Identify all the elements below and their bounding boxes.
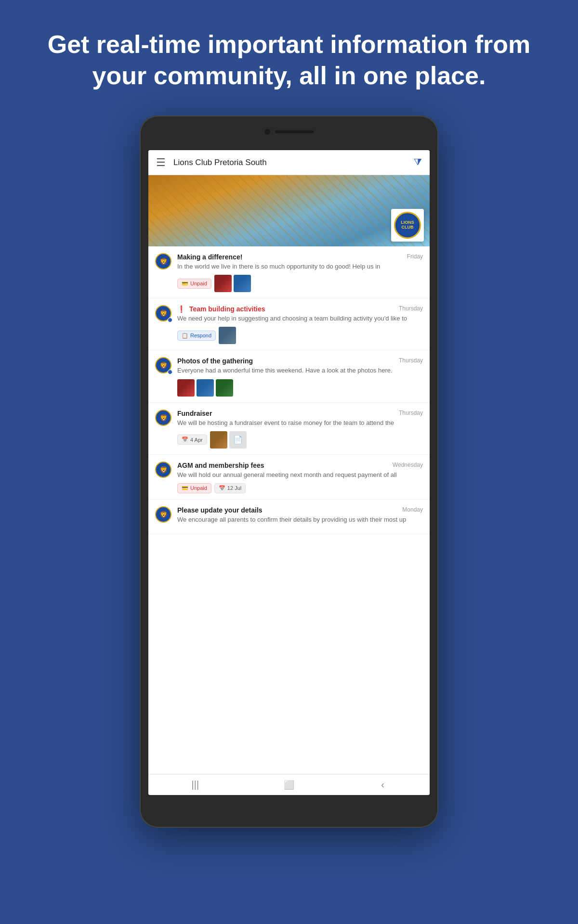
hero-text: Get real-time important information from… [0,0,578,111]
thumb-gathering-2 [197,379,214,397]
thumb-doc-1: 📄 [229,431,247,449]
feed-top-row-2: ❗ Team building activities Thursday [177,305,423,313]
app-title: Lions Club Pretoria South [173,158,414,167]
date-badge-5[interactable]: 📅 12 Jul [214,483,246,493]
date-label-4: 4 Apr [190,437,203,443]
tags-row-5: 💳 Unpaid 📅 12 Jul [177,483,423,493]
respond-icon: 📋 [182,333,188,339]
avatar-col-5: 🦁 [155,462,171,478]
lions-logo-text: LIONSCLUB [401,220,414,230]
feed-list: 🦁 Making a difference! Friday In the wor… [148,246,430,774]
respond-badge[interactable]: 📋 Respond [177,331,216,341]
thumb-food-1 [214,275,232,292]
feed-top-row-4: Fundraiser Thursday [177,410,423,417]
tags-row-1: 💳 Unpaid [177,275,423,292]
lions-icon-1: 🦁 [159,257,168,265]
avatar-1: 🦁 [155,253,171,270]
feed-item-team-building[interactable]: 🦁 ❗ Team building activities Thursday [148,298,430,350]
feed-content-6: Please update your details Monday We enc… [177,506,423,528]
app-header: ☰ Lions Club Pretoria South ⧩ [148,150,430,175]
unpaid-label-1: Unpaid [190,281,207,286]
avatar-col-2: 🦁 [155,305,171,321]
thumb-gathering-3 [216,379,233,397]
bottom-nav: ||| ⬜ ‹ [148,774,430,795]
thumb-food-2 [234,275,251,292]
feed-date-6: Monday [402,506,423,513]
feed-preview-3: Everyone had a wonderful time this weeke… [177,366,423,375]
feed-title-2: ❗ Team building activities [177,305,265,313]
date-label-5: 12 Jul [227,485,241,491]
tags-row-2: 📋 Respond [177,327,423,344]
calendar-icon-5: 📅 [219,485,225,491]
feed-preview-1: In the world we live in there is so much… [177,262,423,271]
hamburger-icon[interactable]: ☰ [156,156,166,169]
calendar-icon-4: 📅 [182,436,188,443]
unpaid-badge-1[interactable]: 💳 Unpaid [177,279,211,289]
banner-image: LIONSCLUB [148,175,430,246]
feed-title-text-2: Team building activities [189,305,265,313]
lions-logo: LIONSCLUB [394,212,421,239]
avatar-col-6: 🦁 [155,506,171,523]
tags-row-4: 📅 4 Apr 📄 [177,431,423,449]
feed-top-row-6: Please update your details Monday [177,506,423,514]
nav-back-button[interactable]: ‹ [368,774,397,795]
feed-preview-5: We will hold our annual general meeting … [177,471,423,479]
banner-logo: LIONSCLUB [391,209,424,242]
respond-thumbs [219,327,236,344]
home-square-icon: ⬜ [284,780,294,790]
filter-icon[interactable]: ⧩ [414,157,422,168]
nav-menu-button[interactable]: ||| [181,774,210,795]
fundraiser-thumbs: 📄 [210,431,247,449]
device-mockup: ☰ Lions Club Pretoria South ⧩ LIONSCLUB [140,116,438,828]
feed-title-4: Fundraiser [177,410,212,417]
feed-date-2: Thursday [399,305,423,312]
gathering-thumbs [177,379,233,397]
date-badge-4[interactable]: 📅 4 Apr [177,435,207,445]
feed-top-row-3: Photos of the gathering Thursday [177,357,423,365]
thumb-respond-1 [219,327,236,344]
camera-area [264,129,314,135]
feed-content-3: Photos of the gathering Thursday Everyon… [177,357,423,396]
device-frame: ☰ Lions Club Pretoria South ⧩ LIONSCLUB [140,116,438,828]
camera-dot [264,129,270,135]
feed-date-1: Friday [407,253,423,260]
credit-card-icon-5: 💳 [182,485,188,491]
feed-item-photos[interactable]: 🦁 Photos of the gathering Thursday Every… [148,350,430,402]
feed-top-row-5: AGM and membership fees Wednesday [177,462,423,469]
unread-dot-3 [168,370,172,374]
avatar-col-3: 🦁 [155,357,171,373]
nav-home-button[interactable]: ⬜ [275,774,303,795]
avatar-4: 🦁 [155,410,171,426]
feed-item-update-details[interactable]: 🦁 Please update your details Monday We e… [148,500,430,534]
speaker-bar [275,130,314,133]
banner-grid [148,175,430,246]
lions-icon-3: 🦁 [159,361,168,369]
feed-date-4: Thursday [399,410,423,416]
lions-icon-6: 🦁 [159,511,168,518]
urgent-icon-2: ❗ [177,305,185,313]
feed-content-4: Fundraiser Thursday We will be hosting a… [177,410,423,449]
feed-top-row-1: Making a difference! Friday [177,253,423,261]
avatar-col-4: 🦁 [155,410,171,426]
food-thumbs [214,275,251,292]
device-screen: ☰ Lions Club Pretoria South ⧩ LIONSCLUB [148,150,430,795]
feed-date-5: Wednesday [393,462,423,468]
feed-item-agm[interactable]: 🦁 AGM and membership fees Wednesday We w… [148,455,430,500]
avatar-5: 🦁 [155,462,171,478]
avatar-col-1: 🦁 [155,253,171,270]
feed-title-6: Please update your details [177,506,263,514]
credit-card-icon-1: 💳 [182,281,188,287]
feed-content-2: ❗ Team building activities Thursday We n… [177,305,423,344]
unpaid-label-5: Unpaid [190,485,207,491]
unpaid-badge-5[interactable]: 💳 Unpaid [177,483,211,493]
feed-date-3: Thursday [399,357,423,364]
lions-icon-4: 🦁 [159,414,168,422]
tags-row-3 [177,379,423,397]
avatar-6: 🦁 [155,506,171,523]
feed-preview-4: We will be hosting a fundraiser event to… [177,419,423,427]
thumb-event-1 [210,431,227,449]
feed-preview-6: We encourage all parents to confirm thei… [177,515,423,524]
feed-title-1: Making a difference! [177,253,242,261]
feed-item-fundraiser[interactable]: 🦁 Fundraiser Thursday We will be hosting… [148,403,430,455]
feed-item-making-difference[interactable]: 🦁 Making a difference! Friday In the wor… [148,246,430,298]
